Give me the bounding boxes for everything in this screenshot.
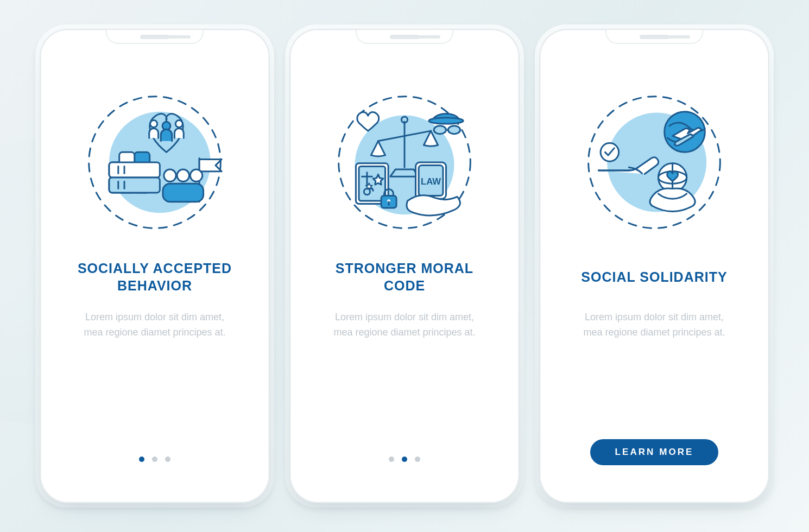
page-dot-1[interactable]	[139, 457, 144, 462]
pagination-dots	[389, 457, 420, 462]
onboarding-title: SOCIALLY ACCEPTED BEHAVIOR	[48, 258, 261, 296]
onboarding-description: Lorem ipsum dolor sit dim amet, mea regi…	[48, 310, 261, 340]
svg-point-17	[177, 169, 189, 181]
page-dot-2[interactable]	[152, 457, 157, 462]
community-icon	[79, 86, 231, 238]
phone-notch	[605, 30, 703, 44]
onboarding-description: Lorem ipsum dolor sit dim amet, mea regi…	[298, 310, 511, 340]
svg-rect-7	[109, 178, 160, 193]
page-dot-2[interactable]	[402, 457, 407, 462]
svg-point-16	[164, 169, 176, 181]
svg-rect-6	[109, 162, 160, 178]
svg-point-27	[448, 126, 460, 134]
page-dot-3[interactable]	[165, 457, 170, 462]
phone-notch	[106, 30, 204, 44]
page-dot-3[interactable]	[415, 457, 420, 462]
svg-point-25	[429, 118, 463, 124]
onboarding-description: Lorem ipsum dolor sit dim amet, mea regi…	[548, 310, 761, 340]
law-label: LAW	[421, 176, 441, 187]
onboarding-title: STRONGER MORAL CODE	[298, 258, 511, 296]
onboarding-screen-3: SOCIAL SOLIDARITY Lorem ipsum dolor sit …	[548, 37, 761, 495]
learn-more-button[interactable]: LEARN MORE	[590, 439, 719, 465]
svg-rect-19	[163, 183, 204, 202]
onboarding-title: SOCIAL SOLIDARITY	[561, 258, 747, 296]
svg-point-12	[150, 121, 157, 128]
page-dot-1[interactable]	[389, 457, 394, 462]
phone-frame-2: LAW	[290, 30, 519, 502]
onboarding-screen-1: SOCIALLY ACCEPTED BEHAVIOR Lorem ipsum d…	[48, 37, 261, 495]
svg-point-40	[601, 143, 619, 162]
moral-code-icon: LAW	[328, 86, 481, 238]
pagination-dots	[139, 457, 170, 462]
phone-notch	[356, 30, 453, 44]
phone-frame-1: SOCIALLY ACCEPTED BEHAVIOR Lorem ipsum d…	[41, 30, 269, 502]
svg-point-14	[175, 121, 182, 128]
phone-frame-3: SOCIAL SOLIDARITY Lorem ipsum dolor sit …	[540, 30, 768, 502]
svg-point-26	[434, 126, 446, 134]
svg-point-18	[190, 169, 202, 181]
onboarding-screen-2: LAW	[298, 37, 511, 495]
solidarity-icon	[578, 86, 730, 238]
onboarding-stage: SOCIALLY ACCEPTED BEHAVIOR Lorem ipsum d…	[41, 30, 768, 502]
